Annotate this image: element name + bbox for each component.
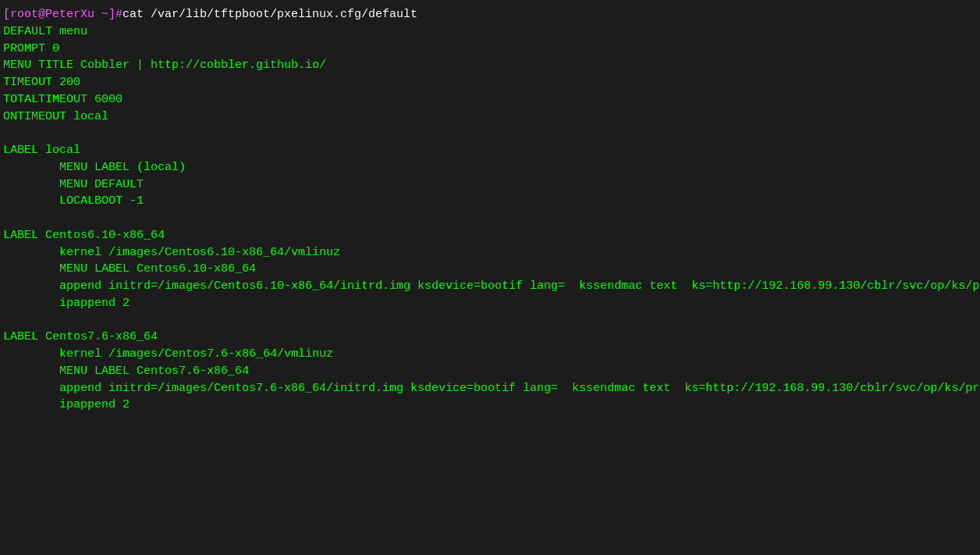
output-line: kernel /images/Centos6.10-x86_64/vmlinuz bbox=[3, 244, 977, 261]
output-line: PROMPT 0 bbox=[3, 41, 977, 58]
output-line: MENU DEFAULT bbox=[3, 176, 977, 194]
output-line: ipappend 2 bbox=[3, 397, 977, 414]
output-line: TIMEOUT 200 bbox=[3, 74, 977, 91]
command-line: [root@PeterXu ~]#cat /var/lib/tftpboot/p… bbox=[3, 6, 977, 23]
output-line: LABEL local bbox=[3, 142, 977, 159]
output-line: MENU LABEL Centos7.6-x86_64 bbox=[3, 363, 977, 380]
empty-line bbox=[3, 125, 977, 142]
output-line: LABEL Centos6.10-x86_64 bbox=[3, 227, 977, 244]
output-line: TOTALTIMEOUT 6000 bbox=[3, 91, 977, 109]
output-line: kernel /images/Centos7.6-x86_64/vmlinuz bbox=[3, 346, 977, 363]
output-line: append initrd=/images/Centos7.6-x86_64/i… bbox=[3, 380, 977, 397]
output-line: LABEL Centos7.6-x86_64 bbox=[3, 329, 977, 346]
output-line: ONTIMEOUT local bbox=[3, 109, 977, 126]
output-line: append initrd=/images/Centos6.10-x86_64/… bbox=[3, 278, 977, 295]
empty-line bbox=[3, 312, 977, 329]
empty-line bbox=[3, 210, 977, 227]
output-line: MENU LABEL (local) bbox=[3, 159, 977, 176]
output-line: MENU TITLE Cobbler | http://cobbler.gith… bbox=[3, 57, 977, 74]
command-text: cat /var/lib/tftpboot/pxelinux.cfg/defau… bbox=[123, 8, 417, 21]
prompt: [root@PeterXu ~]# bbox=[3, 8, 123, 21]
terminal-window: [root@PeterXu ~]#cat /var/lib/tftpboot/p… bbox=[0, 0, 980, 555]
output-line: LOCALBOOT -1 bbox=[3, 193, 977, 210]
output-line: ipappend 2 bbox=[3, 295, 977, 312]
output-line: DEFAULT menu bbox=[3, 23, 977, 41]
output-line: MENU LABEL Centos6.10-x86_64 bbox=[3, 261, 977, 278]
